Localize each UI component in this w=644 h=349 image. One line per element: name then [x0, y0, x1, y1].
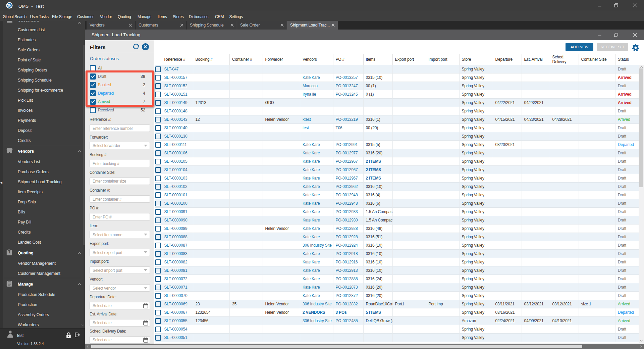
svg-text:?: ? [8, 251, 10, 255]
